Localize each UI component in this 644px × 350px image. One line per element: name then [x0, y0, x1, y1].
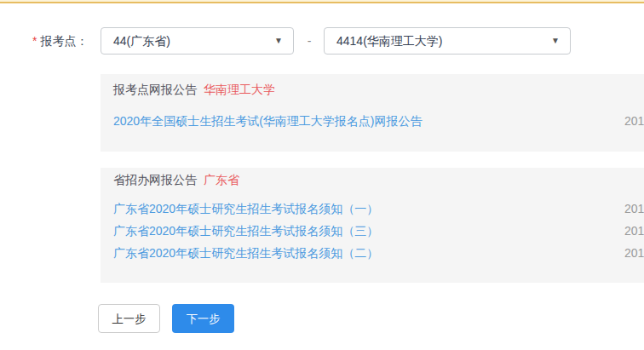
required-marker: * — [32, 34, 37, 48]
province-notice-link-2[interactable]: 广东省2020年硕士研究生招生考试报名须知（三） — [113, 224, 378, 239]
exam-site-select[interactable]: 4414(华南理工大学) ▼ — [324, 27, 571, 55]
list-item: 广东省2020年硕士研究生招生考试报名须知（三） 2019 — [101, 224, 644, 238]
exam-site-select-value: 4414(华南理工大学) — [336, 28, 442, 54]
chevron-down-icon: ▼ — [551, 28, 560, 54]
notice-date: 2019 — [624, 224, 644, 238]
province-notice-title-text: 省招办网报公告 — [113, 173, 197, 186]
province-notice-link-1[interactable]: 广东省2020年硕士研究生招生考试报名须知（一） — [113, 202, 378, 217]
notice-date: 2019 — [624, 246, 644, 260]
site-notice-panel-title: 报考点网报公告 华南理工大学 — [113, 83, 275, 98]
chevron-down-icon: ▼ — [274, 28, 283, 54]
province-select-value: 44(广东省) — [113, 28, 170, 54]
site-notice-panel: 报考点网报公告 华南理工大学 2020年全国硕士生招生考试(华南理工大学报名点)… — [101, 74, 644, 152]
previous-step-button[interactable]: 上一步 — [98, 304, 160, 333]
province-notice-panel-title: 省招办网报公告 广东省 — [113, 173, 239, 188]
exam-site-label: *报考点： — [32, 34, 88, 49]
list-item: 广东省2020年硕士研究生招生考试报名须知（二） 2019 — [101, 246, 644, 260]
exam-site-label-text: 报考点： — [40, 34, 88, 48]
site-notice-title-text: 报考点网报公告 — [113, 83, 197, 96]
site-notice-highlight[interactable]: 华南理工大学 — [204, 83, 275, 96]
province-select[interactable]: 44(广东省) ▼ — [101, 27, 294, 55]
notice-date: 2019 — [624, 202, 644, 215]
province-notice-panel: 省招办网报公告 广东省 广东省2020年硕士研究生招生考试报名须知（一） 201… — [101, 168, 644, 283]
province-notice-highlight[interactable]: 广东省 — [204, 173, 239, 186]
notice-date: 2019 — [624, 114, 644, 128]
list-item: 广东省2020年硕士研究生招生考试报名须知（一） 2019 — [101, 202, 644, 215]
list-item: 2020年全国硕士生招生考试(华南理工大学报名点)网报公告 2019 — [101, 114, 644, 128]
select-separator: - — [303, 27, 315, 55]
next-step-button[interactable]: 下一步 — [172, 304, 234, 333]
header-bottom-strip — [0, 0, 644, 3]
site-notice-link[interactable]: 2020年全国硕士生招生考试(华南理工大学报名点)网报公告 — [113, 114, 422, 129]
province-notice-link-3[interactable]: 广东省2020年硕士研究生招生考试报名须知（二） — [113, 246, 378, 261]
